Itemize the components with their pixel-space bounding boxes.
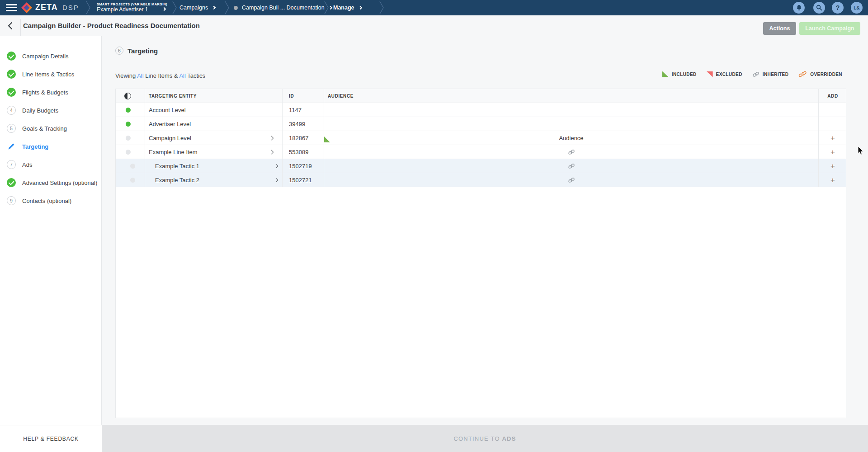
avatar[interactable]: L& (851, 2, 863, 14)
step-number-icon: 9 (7, 196, 16, 205)
table-row-campaign-level[interactable]: Campaign Level 182867 Audience + (116, 131, 846, 145)
add-targeting-button[interactable]: + (830, 176, 835, 184)
entity-id: 39499 (283, 117, 324, 131)
inherited-link-icon (568, 177, 575, 183)
sidebar-item-label: Targeting (22, 143, 48, 150)
expand-chevron-icon[interactable] (274, 164, 278, 169)
status-dot-on (126, 108, 131, 113)
column-header-id: ID (283, 89, 324, 103)
table-row-account-level[interactable]: Account Level 1147 (116, 103, 846, 117)
expand-chevron-icon[interactable] (274, 178, 278, 183)
chevron-right-icon (328, 6, 332, 9)
breadcrumb-separator-icon (225, 1, 230, 14)
breadcrumb-manage[interactable]: Manage (333, 0, 362, 15)
search-icon (816, 5, 822, 11)
entity-id: 1147 (283, 103, 324, 117)
entity-id: 1502721 (283, 173, 324, 187)
step-number-icon: 5 (7, 124, 16, 133)
table-row-example-line-item[interactable]: Example Line Item 553089 + (116, 145, 846, 159)
divider (20, 19, 21, 36)
continue-to-ads-button[interactable]: CONTINUE TO ADS (102, 425, 868, 452)
entity-name: Advertiser Level (149, 121, 191, 127)
breadcrumb-label: Manage (333, 5, 354, 11)
sidebar-item-label: Goals & Tracking (22, 125, 67, 132)
entity-name: Account Level (149, 107, 186, 113)
actions-button[interactable]: Actions (763, 22, 796, 35)
help-button[interactable]: ? (832, 2, 844, 14)
continue-prefix: CONTINUE TO (453, 435, 500, 442)
search-button[interactable] (813, 2, 825, 14)
included-triangle-icon (324, 137, 330, 142)
column-header-audience: AUDIENCE (324, 89, 819, 103)
audience-value[interactable]: Audience (559, 135, 583, 141)
excluded-triangle-icon (707, 71, 713, 77)
sidebar-item-goals-tracking[interactable]: 5 Goals & Tracking (0, 119, 101, 137)
back-button[interactable] (7, 22, 16, 31)
continue-target: ADS (502, 435, 516, 442)
zeta-logo[interactable] (21, 2, 33, 15)
step-number-icon: 7 (7, 160, 16, 169)
notifications-button[interactable] (793, 2, 805, 14)
advertiser-name: Example Advertiser 1 (97, 6, 148, 13)
entity-id: 553089 (283, 145, 324, 159)
table-row-example-tactic-2[interactable]: Example Tactic 2 1502721 + (116, 173, 846, 187)
help-feedback-label: HELP & FEEDBACK (23, 436, 78, 442)
table-row-advertiser-level[interactable]: Advertiser Level 39499 (116, 117, 846, 131)
breadcrumb-campaigns[interactable]: Campaigns (179, 0, 215, 15)
column-header-add: ADD (819, 89, 847, 103)
add-targeting-button[interactable]: + (830, 162, 835, 170)
included-triangle-icon (662, 71, 669, 77)
add-targeting-button[interactable]: + (830, 134, 835, 142)
sidebar-item-campaign-details[interactable]: Campaign Details (0, 47, 101, 65)
link-icon (752, 71, 760, 77)
sidebar-item-label: Flights & Budgets (22, 89, 68, 96)
sidebar-item-label: Daily Budgets (22, 107, 58, 114)
status-dot-off (126, 136, 131, 141)
sidebar-item-label: Line Items & Tactics (22, 71, 74, 78)
section-heading: 6 Targeting (115, 47, 158, 55)
launch-campaign-button[interactable]: Launch Campaign (799, 22, 860, 35)
sidebar-item-label: Ads (22, 161, 32, 168)
chevron-right-icon (162, 7, 166, 11)
sidebar-item-advanced-settings[interactable]: Advanced Settings (optional) (0, 174, 101, 192)
sidebar-item-flights-budgets[interactable]: Flights & Budgets (0, 83, 101, 101)
pencil-icon (7, 142, 16, 151)
breadcrumb-advertiser[interactable]: SMART PROJECTS (VARIABLE MARGIN) Example… (97, 0, 169, 15)
sidebar-item-daily-budgets[interactable]: 4 Daily Budgets (0, 101, 101, 119)
entity-name: Example Tactic 1 (155, 163, 199, 170)
targeting-table-card: TARGETING ENTITY ID AUDIENCE ADD Account… (115, 89, 846, 418)
check-icon (7, 88, 16, 97)
page-header: Campaign Builder - Product Readiness Doc… (0, 15, 868, 36)
sidebar-item-targeting[interactable]: Targeting (0, 137, 101, 155)
legend-excluded: EXCLUDED (707, 71, 742, 77)
viewing-middle: Line Items & (145, 72, 178, 79)
breadcrumb-campaign-builder[interactable]: Campaign Buil ... Documentation (234, 0, 332, 15)
help-feedback-button[interactable]: HELP & FEEDBACK (0, 425, 102, 452)
project-label: SMART PROJECTS (VARIABLE MARGIN) (97, 2, 167, 6)
sidebar-item-contacts[interactable]: 9 Contacts (optional) (0, 192, 101, 210)
table-row-example-tactic-1[interactable]: Example Tactic 1 1502719 + (116, 159, 846, 173)
brand-suffix: DSP (62, 4, 79, 11)
broken-link-icon (798, 71, 807, 77)
contrast-icon (124, 93, 131, 99)
viewing-suffix: Tactics (187, 72, 205, 79)
sidebar-item-ads[interactable]: 7 Ads (0, 155, 101, 174)
status-dot-on (126, 122, 131, 127)
sidebar-item-label: Contacts (optional) (22, 198, 71, 204)
check-icon (7, 178, 16, 187)
breadcrumb-label: Campaign Buil ... Documentation (242, 5, 325, 11)
legend-included: INCLUDED (662, 71, 697, 77)
status-dot-off (130, 178, 135, 183)
expand-chevron-icon[interactable] (269, 136, 274, 141)
top-navigation-bar: ZETA DSP SMART PROJECTS (VARIABLE MARGIN… (0, 0, 868, 15)
add-targeting-button[interactable]: + (830, 148, 835, 156)
hamburger-menu-icon[interactable] (6, 4, 17, 11)
viewing-prefix: Viewing (115, 72, 136, 79)
all-line-items-link[interactable]: All (137, 72, 143, 79)
brand-name: ZETA (35, 3, 58, 12)
expand-chevron-icon[interactable] (269, 150, 274, 155)
sidebar-item-line-items-tactics[interactable]: Line Items & Tactics (0, 65, 101, 83)
legend-inherited: INHERITED (752, 71, 789, 77)
all-tactics-link[interactable]: All (179, 72, 185, 79)
viewing-filter-line: Viewing All Line Items & All Tactics (115, 72, 205, 79)
